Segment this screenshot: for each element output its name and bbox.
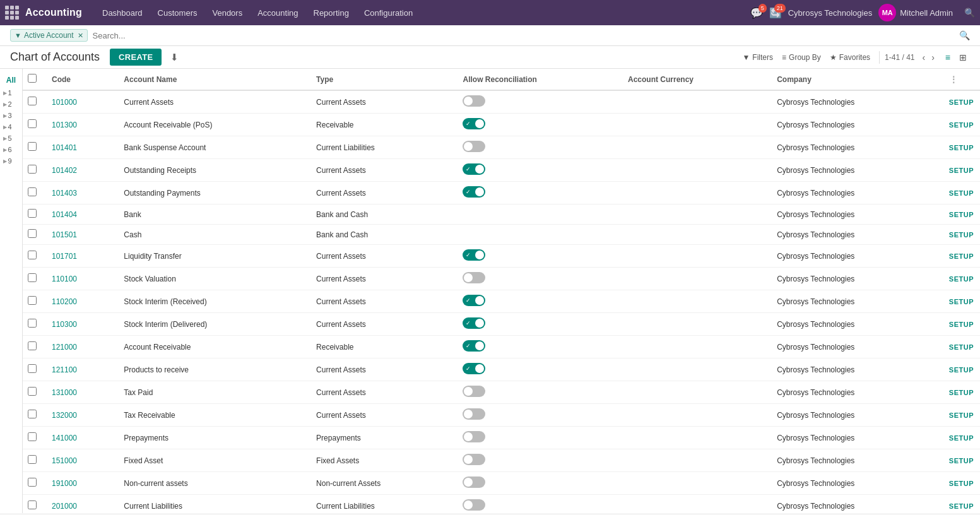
- row-checkbox[interactable]: [28, 273, 37, 282]
- search-input[interactable]: [93, 31, 219, 40]
- row-account-name[interactable]: Stock Interim (Delivered): [117, 313, 310, 336]
- menu-customers[interactable]: Customers: [150, 0, 205, 25]
- row-account-name[interactable]: Account Receivable: [117, 336, 310, 358]
- setup-button[interactable]: SETUP: [949, 275, 974, 283]
- row-checkbox[interactable]: [28, 119, 37, 128]
- setup-button[interactable]: SETUP: [949, 343, 974, 351]
- export-button[interactable]: ⬇: [167, 49, 182, 66]
- col-code[interactable]: Code: [45, 69, 117, 90]
- reconciliation-toggle-off[interactable]: [463, 499, 485, 511]
- reconciliation-toggle-on[interactable]: ✓: [463, 340, 485, 352]
- setup-button[interactable]: SETUP: [949, 167, 974, 174]
- reconciliation-toggle-off[interactable]: [463, 272, 485, 283]
- row-account-name[interactable]: Stock Interim (Received): [117, 290, 310, 313]
- setup-button[interactable]: SETUP: [949, 366, 974, 374]
- row-checkbox[interactable]: [28, 209, 37, 218]
- next-page-button[interactable]: ›: [929, 51, 937, 64]
- reconciliation-toggle-on[interactable]: ✓: [463, 295, 485, 306]
- row-checkbox[interactable]: [28, 319, 37, 328]
- row-account-name[interactable]: Products to receive: [117, 358, 310, 381]
- grid-view-button[interactable]: ⊞: [956, 50, 970, 64]
- select-all-header[interactable]: [23, 69, 45, 90]
- col-company[interactable]: Company: [770, 69, 943, 90]
- setup-button[interactable]: SETUP: [949, 389, 974, 396]
- sidebar-item-6[interactable]: ▶6: [1, 145, 22, 155]
- row-account-name[interactable]: Liquidity Transfer: [117, 245, 310, 268]
- reconciliation-toggle-off[interactable]: [463, 95, 485, 107]
- row-checkbox[interactable]: [28, 229, 37, 238]
- sidebar-item-all[interactable]: All: [2, 74, 21, 86]
- reconciliation-toggle-on[interactable]: ✓: [463, 186, 485, 198]
- row-account-name[interactable]: Bank Suspense Account: [117, 136, 310, 159]
- row-checkbox[interactable]: [28, 341, 37, 350]
- row-checkbox[interactable]: [28, 500, 37, 509]
- reconciliation-toggle-off[interactable]: [463, 386, 485, 397]
- menu-dashboard[interactable]: Dashboard: [95, 0, 150, 25]
- col-reconciliation[interactable]: Allow Reconciliation: [456, 69, 622, 90]
- row-account-name[interactable]: Account Receivable (PoS): [117, 114, 310, 136]
- row-account-name[interactable]: Fixed Asset: [117, 449, 310, 472]
- row-checkbox[interactable]: [28, 364, 37, 373]
- reconciliation-toggle-off[interactable]: [463, 431, 485, 442]
- reconciliation-toggle-on[interactable]: ✓: [463, 118, 485, 129]
- col-extra[interactable]: ⋮: [943, 69, 980, 90]
- setup-button[interactable]: SETUP: [949, 298, 974, 305]
- row-checkbox[interactable]: [28, 296, 37, 305]
- reconciliation-toggle-on[interactable]: ✓: [463, 363, 485, 374]
- setup-button[interactable]: SETUP: [949, 252, 974, 260]
- row-checkbox[interactable]: [28, 165, 37, 174]
- row-account-name[interactable]: Current Liabilities: [117, 495, 310, 514]
- row-account-name[interactable]: Current Assets: [117, 90, 310, 114]
- row-checkbox[interactable]: [28, 432, 37, 441]
- menu-vendors[interactable]: Vendors: [204, 0, 250, 25]
- row-account-name[interactable]: Non-current assets: [117, 472, 310, 495]
- prev-page-button[interactable]: ‹: [919, 51, 928, 64]
- setup-button[interactable]: SETUP: [949, 457, 974, 465]
- setup-button[interactable]: SETUP: [949, 480, 974, 487]
- setup-button[interactable]: SETUP: [949, 98, 974, 106]
- row-checkbox[interactable]: [28, 387, 37, 396]
- topnav-search-icon[interactable]: 🔍: [964, 8, 975, 18]
- reconciliation-toggle-on[interactable]: ✓: [463, 249, 485, 261]
- reconciliation-toggle-off[interactable]: [463, 454, 485, 465]
- user-menu[interactable]: MA Mitchell Admin: [878, 4, 953, 21]
- remove-filter-button[interactable]: ✕: [78, 32, 83, 40]
- col-account-name[interactable]: Account Name: [117, 69, 310, 90]
- col-type[interactable]: Type: [310, 69, 456, 90]
- setup-button[interactable]: SETUP: [949, 434, 974, 442]
- row-account-name[interactable]: Outstanding Receipts: [117, 159, 310, 182]
- search-icon[interactable]: 🔍: [959, 30, 970, 40]
- sidebar-item-5[interactable]: ▶5: [1, 133, 22, 143]
- row-checkbox[interactable]: [28, 251, 37, 259]
- setup-button[interactable]: SETUP: [949, 502, 974, 510]
- group-by-button[interactable]: ≡ Group By: [778, 50, 825, 64]
- row-account-name[interactable]: Tax Receivable: [117, 404, 310, 427]
- reconciliation-toggle-off[interactable]: [463, 408, 485, 420]
- notification-icon[interactable]: 💬 5: [750, 7, 763, 19]
- setup-button[interactable]: SETUP: [949, 321, 974, 328]
- column-options-icon[interactable]: ⋮: [949, 74, 958, 85]
- setup-button[interactable]: SETUP: [949, 411, 974, 419]
- sidebar-item-1[interactable]: ▶1: [1, 88, 22, 98]
- create-button[interactable]: CREATE: [110, 49, 162, 66]
- app-grid-icon[interactable]: [5, 6, 19, 20]
- menu-reporting[interactable]: Reporting: [306, 0, 357, 25]
- row-account-name[interactable]: Outstanding Payments: [117, 182, 310, 204]
- row-checkbox[interactable]: [28, 410, 37, 418]
- menu-configuration[interactable]: Configuration: [357, 0, 420, 25]
- reconciliation-toggle-off[interactable]: [463, 477, 485, 488]
- row-checkbox[interactable]: [28, 455, 37, 464]
- filters-button[interactable]: ▼ Filters: [738, 50, 777, 64]
- sidebar-item-9[interactable]: ▶9: [1, 156, 22, 166]
- row-checkbox[interactable]: [28, 97, 37, 105]
- row-checkbox[interactable]: [28, 478, 37, 487]
- row-account-name[interactable]: Cash: [117, 225, 310, 245]
- menu-accounting[interactable]: Accounting: [250, 0, 305, 25]
- row-account-name[interactable]: Tax Paid: [117, 381, 310, 404]
- row-account-name[interactable]: Stock Valuation: [117, 268, 310, 290]
- row-checkbox[interactable]: [28, 187, 37, 196]
- setup-button[interactable]: SETUP: [949, 211, 974, 218]
- row-checkbox[interactable]: [28, 142, 37, 151]
- activity-icon[interactable]: 🔄 21: [769, 7, 782, 19]
- reconciliation-toggle-on[interactable]: ✓: [463, 317, 485, 329]
